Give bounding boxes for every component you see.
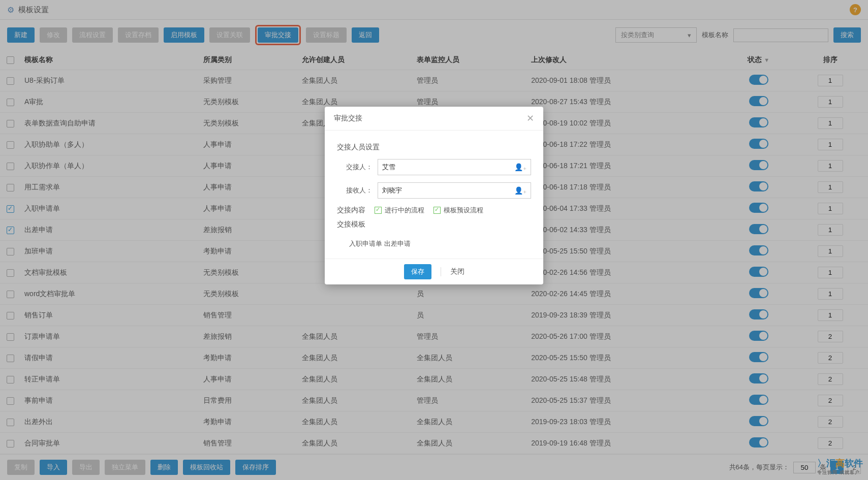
opt-in-progress[interactable]: 进行中的流程 bbox=[375, 206, 424, 215]
from-person-label: 交接人： bbox=[337, 163, 373, 172]
handover-modal: 审批交接 ✕ 交接人员设置 交接人： 艾雪 👤₊ 接收人： 刘晓宇 👤₊ 交接内… bbox=[325, 107, 543, 284]
to-person-row: 接收人： 刘晓宇 👤₊ bbox=[337, 182, 531, 199]
checkbox-icon bbox=[433, 207, 441, 214]
section-handover-content: 交接内容 bbox=[337, 206, 365, 215]
person-picker-icon[interactable]: 👤₊ bbox=[514, 163, 526, 171]
modal-title: 审批交接 bbox=[334, 114, 362, 123]
opt-template-preset[interactable]: 模板预设流程 bbox=[433, 206, 483, 215]
section-handover-templates: 交接模板 bbox=[337, 220, 531, 229]
modal-save-button[interactable]: 保存 bbox=[404, 264, 431, 279]
divider bbox=[441, 267, 441, 276]
to-person-input[interactable]: 刘晓宇 👤₊ bbox=[378, 182, 531, 199]
to-person-value: 刘晓宇 bbox=[382, 186, 402, 195]
from-person-row: 交接人： 艾雪 👤₊ bbox=[337, 159, 531, 175]
modal-body: 交接人员设置 交接人： 艾雪 👤₊ 接收人： 刘晓宇 👤₊ 交接内容 进行中的流… bbox=[325, 131, 543, 259]
section-handover-persons: 交接人员设置 bbox=[337, 143, 531, 152]
from-person-value: 艾雪 bbox=[382, 163, 395, 172]
modal-close-button[interactable]: 关闭 bbox=[450, 267, 464, 276]
modal-header: 审批交接 ✕ bbox=[325, 107, 543, 131]
handover-template-list: 入职申请单 出差申请 bbox=[337, 236, 531, 248]
to-person-label: 接收人： bbox=[337, 186, 373, 195]
close-icon[interactable]: ✕ bbox=[526, 113, 534, 124]
from-person-input[interactable]: 艾雪 👤₊ bbox=[378, 159, 531, 175]
handover-content-row: 交接内容 进行中的流程 模板预设流程 bbox=[337, 206, 531, 215]
checkbox-icon bbox=[375, 207, 382, 214]
modal-footer: 保存 关闭 bbox=[325, 259, 543, 284]
person-picker-icon[interactable]: 👤₊ bbox=[514, 186, 526, 195]
